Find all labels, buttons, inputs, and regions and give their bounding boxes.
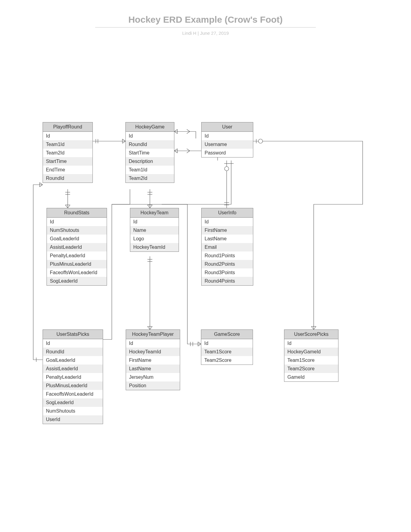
field: Username [202, 140, 253, 149]
svg-line-13 [147, 205, 150, 208]
field: FaceoffsWonLeaderId [47, 268, 107, 277]
field: Description [126, 157, 174, 166]
field: FaceoffsWonLeaderId [43, 390, 103, 398]
svg-line-33 [187, 129, 190, 131]
svg-line-55 [40, 183, 43, 185]
svg-line-36 [174, 149, 177, 151]
svg-line-40 [187, 151, 190, 153]
field: JerseyNum [126, 373, 180, 381]
field: Id [202, 218, 253, 226]
entity-title: GameScore [201, 330, 253, 339]
svg-line-50 [198, 342, 201, 344]
svg-line-43 [311, 326, 314, 329]
field: PenaltyLeaderId [43, 373, 103, 381]
svg-point-42 [258, 139, 263, 143]
svg-line-30 [174, 129, 177, 131]
title-divider [95, 27, 316, 28]
field: Id [130, 218, 179, 226]
field: Team2Score [284, 365, 338, 373]
diagram-header: Hockey ERD Example (Crow's Foot) Lindi H… [0, 15, 411, 36]
entity-userinfo: UserInfo Id FirstName LastName Email Rou… [201, 208, 253, 286]
field: NumShutouts [43, 407, 103, 415]
field: GoalLeaderId [47, 235, 107, 243]
field: Name [130, 226, 179, 235]
field: Id [202, 132, 253, 140]
entity-hockeyteamplayer: HockeyTeamPlayer Id HockeyTeamId FirstNa… [126, 329, 180, 390]
entity-userstatspicks: UserStatsPicks Id RoundId GoalLeaderId A… [43, 329, 103, 424]
diagram-title: Hockey ERD Example (Crow's Foot) [0, 15, 411, 27]
entity-playoffround: PlayoffRound Id Team1Id Team2Id StartTim… [43, 122, 93, 183]
field: Logo [130, 235, 179, 243]
field: Team2Id [126, 174, 174, 183]
field: PlusMinusLeaderId [43, 381, 103, 390]
field: LastName [202, 235, 253, 243]
field: FirstName [126, 356, 180, 365]
field: GoalLeaderId [43, 356, 103, 365]
field: Id [47, 218, 107, 226]
field: RoundId [126, 140, 174, 149]
entity-gamescore: GameScore Id Team1Score Team2Score [201, 329, 253, 365]
field: NumShutouts [47, 226, 107, 235]
diagram-subtitle: Lindi H | June 27, 2019 [0, 31, 411, 36]
svg-line-7 [65, 205, 68, 208]
field: RoundId [43, 348, 103, 356]
entity-title: UserScorePicks [284, 330, 338, 339]
entity-hockeyteam: HockeyTeam Id Name Logo HockeyTeamId [130, 208, 179, 252]
svg-line-34 [187, 131, 190, 134]
svg-line-14 [150, 205, 152, 208]
field: PenaltyLeaderId [47, 251, 107, 260]
entity-title: HockeyGame [126, 122, 174, 132]
field: UserId [43, 415, 103, 424]
svg-line-1 [122, 139, 125, 141]
field: Id [43, 339, 103, 348]
entity-title: HockeyTeamPlayer [126, 330, 180, 339]
field: Team2Id [43, 149, 92, 157]
entity-title: RoundStats [47, 208, 107, 218]
field: GameId [284, 373, 338, 381]
field: Position [126, 381, 180, 390]
svg-line-2 [122, 141, 125, 143]
entity-title: User [202, 122, 253, 132]
entity-user: User Id Username Password [201, 122, 253, 157]
diagram-canvas: PlayoffRound Id Team1Id Team2Id StartTim… [0, 36, 411, 532]
field: Round1Points [202, 251, 253, 260]
field: Team1Score [201, 348, 253, 356]
entity-hockeygame: HockeyGame Id RoundId StartTime Descript… [125, 122, 174, 183]
field: StartTime [126, 149, 174, 157]
svg-line-51 [198, 344, 201, 346]
field: Id [201, 339, 253, 348]
field: Team1Id [126, 166, 174, 174]
field: PlusMinusLeaderId [47, 260, 107, 268]
field: Round2Points [202, 260, 253, 268]
svg-line-37 [174, 151, 177, 153]
field: Id [43, 132, 92, 140]
field: EndTime [43, 166, 92, 174]
field: HockeyTeamId [126, 348, 180, 356]
entity-title: UserInfo [202, 208, 253, 218]
field: Id [126, 339, 180, 348]
field: Team2Score [201, 356, 253, 365]
svg-line-39 [187, 149, 190, 151]
field: RoundId [43, 174, 92, 183]
svg-line-19 [147, 326, 150, 329]
field: AssistLeaderId [43, 365, 103, 373]
field: StartTime [43, 157, 92, 166]
entity-title: UserStatsPicks [43, 330, 103, 339]
field: Team1Id [43, 140, 92, 149]
field: Team1Score [284, 356, 338, 365]
field: Email [202, 243, 253, 251]
entity-roundstats: RoundStats Id NumShutouts GoalLeaderId A… [47, 208, 107, 286]
field: AssistLeaderId [47, 243, 107, 251]
field: HockeyGameId [284, 348, 338, 356]
entity-userscorepicks: UserScorePicks Id HockeyGameId Team1Scor… [284, 329, 338, 382]
svg-line-20 [150, 326, 152, 329]
entity-title: PlayoffRound [43, 122, 92, 132]
svg-line-8 [68, 205, 70, 208]
field: Id [284, 339, 338, 348]
svg-line-31 [174, 131, 177, 134]
svg-point-26 [225, 167, 229, 171]
svg-line-44 [314, 326, 316, 329]
svg-line-56 [40, 185, 43, 187]
field: SogLeaderId [47, 277, 107, 285]
field: LastName [126, 365, 180, 373]
